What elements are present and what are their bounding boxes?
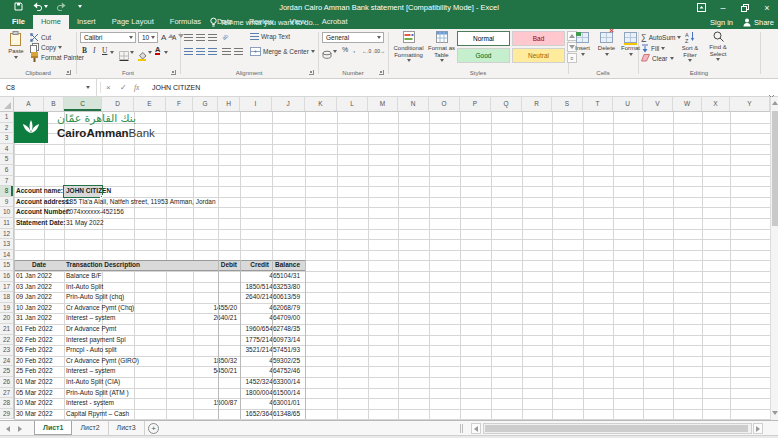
cell-credit[interactable]: 1775/21 xyxy=(230,335,269,346)
percent-style-button[interactable]: % xyxy=(342,46,348,53)
column-header-J[interactable]: J xyxy=(272,97,305,111)
sign-in-button[interactable]: Sign in xyxy=(710,18,733,27)
row-header-29[interactable]: 29 xyxy=(0,409,14,420)
cell-balance[interactable]: 463001/01 xyxy=(258,398,300,409)
scroll-up-icon[interactable] xyxy=(772,101,778,105)
font-family-combo[interactable]: Calibri xyxy=(80,32,136,43)
cell-credit[interactable] xyxy=(230,313,269,324)
column-header-R[interactable]: R xyxy=(522,97,552,111)
column-header-A[interactable]: A xyxy=(14,97,44,111)
cell-debit[interactable] xyxy=(198,377,237,388)
cell-credit[interactable]: 2640/21 xyxy=(230,292,269,303)
cell-balance[interactable]: 463300/14 xyxy=(258,377,300,388)
tab-insert[interactable]: Insert xyxy=(69,15,104,29)
cell-description[interactable]: Interest payment Spl xyxy=(66,335,216,346)
increase-indent-icon[interactable] xyxy=(234,48,243,55)
row-header-11[interactable]: 11 xyxy=(0,218,14,229)
accounting-format-icon[interactable] xyxy=(322,46,332,64)
cell-credit[interactable] xyxy=(230,271,269,282)
cell-description[interactable]: Prin-Auto Split (ATM ) xyxy=(66,388,216,399)
cell-balance[interactable]: 459302/25 xyxy=(258,356,300,367)
increase-decimal-icon[interactable]: ←.0 xyxy=(362,48,371,54)
sheet-tab-1[interactable]: Лист1 xyxy=(34,421,72,435)
cell-description[interactable]: Cr Advance Pymt (GIRO) xyxy=(66,356,216,367)
cell-balance[interactable]: 461348/65 xyxy=(258,409,300,420)
enter-icon[interactable]: ✓ xyxy=(120,79,127,96)
tell-me-box[interactable]: Tell me what you want to do... xyxy=(210,15,319,29)
cell-date[interactable]: 10 Mar 2022 xyxy=(16,398,62,409)
cell-description[interactable]: Interest – system xyxy=(66,313,216,324)
column-header-Y[interactable]: Y xyxy=(730,97,770,111)
top-align-icon[interactable] xyxy=(184,34,193,41)
cell-date[interactable]: 01 Jan 2022 xyxy=(16,271,62,282)
row-header-13[interactable]: 13 xyxy=(0,239,14,250)
cell-balance[interactable]: 462748/35 xyxy=(258,324,300,335)
cell-credit[interactable] xyxy=(230,398,269,409)
insert-function-icon[interactable]: fx xyxy=(134,79,139,96)
scroll-down-icon[interactable] xyxy=(772,411,778,415)
cell-debit[interactable]: 2640/21 xyxy=(198,313,237,324)
cells-insert-button[interactable]: Insert xyxy=(572,32,593,56)
sort-filter-button[interactable]: AZ Sort & Filter xyxy=(677,31,703,62)
decrease-indent-icon[interactable] xyxy=(222,48,231,55)
style-normal[interactable]: Normal xyxy=(457,31,510,46)
account-field-value[interactable]: 31 May 2022 xyxy=(66,218,104,229)
formula-input[interactable]: JOHN CITIZEN xyxy=(148,79,766,96)
decrease-decimal-icon[interactable]: .00→ xyxy=(373,48,385,54)
cell-date[interactable]: 20 Feb 2022 xyxy=(16,356,62,367)
cell-date[interactable]: 09 Jan 2022 xyxy=(16,292,62,303)
cell-description[interactable]: Prin-Auto Split (chq) xyxy=(66,292,216,303)
tab-home[interactable]: Home xyxy=(33,15,69,29)
column-header-O[interactable]: O xyxy=(429,97,460,111)
autosum-button[interactable]: ∑ AutoSum xyxy=(641,33,681,42)
cell-date[interactable]: 25 Feb 2022 xyxy=(16,366,62,377)
column-header-C[interactable]: C xyxy=(64,97,102,111)
cancel-icon[interactable]: × xyxy=(106,79,111,96)
cell-date[interactable]: 03 Jan 2022 xyxy=(16,282,62,293)
cell-date[interactable]: 02 Feb 2022 xyxy=(16,335,62,346)
cell-credit[interactable] xyxy=(230,303,269,314)
cut-button[interactable]: Cut xyxy=(30,33,51,42)
row-header-25[interactable]: 25 xyxy=(0,366,14,377)
alignment-dialog-launcher[interactable] xyxy=(309,70,314,75)
column-header-D[interactable]: D xyxy=(102,97,134,111)
cell-description[interactable]: Dr Advance Pymt xyxy=(66,324,216,335)
column-header-H[interactable]: H xyxy=(218,97,240,111)
fill-button[interactable]: Fill xyxy=(641,44,665,53)
prev-sheet-icon[interactable] xyxy=(6,426,10,432)
row-header-23[interactable]: 23 xyxy=(0,345,14,356)
minimize-icon[interactable]: – xyxy=(712,0,734,15)
column-header-W[interactable]: W xyxy=(673,97,702,111)
column-header-I[interactable]: I xyxy=(240,97,272,111)
cells-delete-button[interactable]: Delete xyxy=(596,32,617,56)
shrink-font-button[interactable]: A xyxy=(172,34,184,41)
cell-debit[interactable]: 1455/20 xyxy=(198,303,237,314)
row-header-6[interactable]: 6 xyxy=(0,165,14,176)
sheet-tab-3[interactable]: Лист3 xyxy=(109,421,145,435)
cell-debit[interactable]: 1500/87 xyxy=(198,398,237,409)
cell-credit[interactable]: 1652/36 xyxy=(230,409,269,420)
copy-button[interactable]: Copy xyxy=(30,43,62,53)
horizontal-scroll-thumb[interactable] xyxy=(485,425,748,432)
font-dialog-launcher[interactable] xyxy=(171,70,176,75)
horizontal-scrollbar[interactable] xyxy=(483,423,752,434)
row-header-12[interactable]: 12 xyxy=(0,229,14,240)
bold-button[interactable]: B xyxy=(82,46,87,55)
account-field-value[interactable]: JOHN CITIZEN xyxy=(66,186,111,197)
format-as-table-button[interactable]: Format as Table xyxy=(427,31,456,62)
column-header-G[interactable]: G xyxy=(193,97,218,111)
cell-credit[interactable]: 1850/51 xyxy=(230,282,269,293)
column-header-M[interactable]: M xyxy=(368,97,398,111)
row-header-10[interactable]: 10 xyxy=(0,207,14,218)
column-header-S[interactable]: S xyxy=(552,97,583,111)
cell-description[interactable]: Interest - system xyxy=(66,398,216,409)
account-field-value[interactable]: 7074xxxxxx-452156 xyxy=(66,207,124,218)
hscroll-left-icon[interactable] xyxy=(471,423,481,434)
select-all-corner[interactable] xyxy=(0,97,14,111)
format-painter-button[interactable]: Format Painter xyxy=(30,52,84,62)
style-good[interactable]: Good xyxy=(457,48,510,63)
wrap-text-button[interactable]: Wrap Text xyxy=(250,33,290,40)
row-header-9[interactable]: 9 xyxy=(0,197,14,208)
cell-description[interactable]: Int-Auto Split (CIA) xyxy=(66,377,216,388)
paste-button[interactable]: Paste xyxy=(3,31,29,59)
